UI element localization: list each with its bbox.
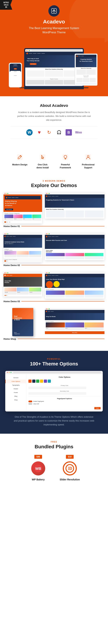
about-text: Acadevo is a modern and Beautifully desi… (17, 110, 91, 122)
options-field-input-1[interactable] (28, 386, 86, 389)
wp-bakery-price: $46 (34, 455, 42, 459)
options-sidebar-footer[interactable]: Footer (5, 391, 26, 394)
heart-logo: ♥ (36, 129, 42, 136)
options-field-label-2: Secondary Color (28, 390, 101, 392)
color-swatches (28, 380, 101, 383)
wp-bakery-name: WP Bakery (26, 478, 51, 481)
feature-one-click-label: One Clickdemo Install (33, 163, 52, 169)
headphone-logo: 🎧 (56, 129, 62, 136)
options-pagespeed-title: PageSpeed Options (28, 398, 101, 400)
wordpress-logo: W (26, 129, 33, 136)
options-field-1: Primary Color (28, 385, 101, 389)
demos-section: 3 MODERN DEMOS Explore Our Demos (0, 176, 108, 351)
shop-screenshot[interactable]: Shop Our Books Popular Products Book 1 B… (45, 308, 105, 336)
demos-label: 3 MODERN DEMOS (3, 180, 105, 182)
feature-framework: PowerfulFramework (54, 151, 77, 171)
options-sidebar: General Color Options Typography Header … (5, 374, 26, 412)
svg-text:WB: WB (35, 467, 41, 470)
demo-02-screenshot-right[interactable]: Educate With Passion and Care Future Wit… (45, 233, 105, 260)
slider-revolution-icon (63, 461, 77, 476)
theme-options-mockup: General Color Options Typography Header … (5, 371, 103, 412)
plugin-wp-bakery: $46 WB WP Bakery (26, 455, 51, 481)
save-button[interactable]: Save (94, 407, 101, 409)
slider-revolution-name: Slider Revolution (57, 478, 82, 481)
about-title: About Acadevo (10, 103, 98, 108)
bootstrap-logo: B (66, 129, 72, 136)
options-field-label-1: Primary Color (28, 385, 101, 386)
wp-bakery-icon-area: WB (30, 460, 46, 476)
slider-revolution-icon-area (62, 460, 78, 476)
features-section: Modern Design One Clickdemo Install Powe… (0, 146, 108, 176)
feature-support-label: ProfessionalSupport (79, 163, 98, 169)
feature-framework-label: PowerfulFramework (56, 163, 75, 169)
demo-01-screenshot-left[interactable]: Helping Offspringfor the Benefit ofAll N… (3, 192, 42, 224)
woo-logo: Woo (75, 129, 82, 136)
plugin-slider-revolution: $19 Slider Revolution (57, 455, 82, 481)
free-label: FREE (3, 441, 105, 443)
hero-title: Acadevo (3, 19, 105, 25)
options-toggle-1: Enable PageSpeed (28, 400, 101, 402)
revolution-logo: ↻ (46, 129, 52, 136)
theme-options-description: One of The Strenghts of Acadevo is Its T… (14, 415, 94, 427)
svg-rect-2 (17, 154, 23, 160)
tablet-mockup: Preparing Studentsfor Tomorrow's Future … (75, 54, 98, 86)
demos-title: Explore Our Demos (3, 183, 105, 188)
svg-rect-4 (40, 154, 45, 160)
demo-01-item: Helping Offspringfor the Benefit ofAll N… (3, 192, 105, 228)
cursor-icon (38, 153, 47, 162)
demo-shop-label: Home Shop (3, 338, 16, 340)
hero-subtitle: The Best Learning Management System Word… (24, 26, 84, 34)
plugins-title: Bundled Plugins (3, 444, 105, 450)
svg-point-1 (54, 12, 54, 13)
phone-mockup: Acadevo Best Learning Start Course 1 Cou… (9, 63, 22, 88)
plugins-row: $46 WB WP Bakery $19 (3, 455, 105, 481)
demo-03-screenshot-left[interactable]: Study WithPassion Course A Course B (3, 272, 42, 296)
shop-book-cover: Real Happiness at Work RealHappiness (12, 308, 33, 336)
options-sidebar-blog[interactable]: Blog (5, 394, 26, 398)
hero-section: INTRO SALE $9 Acadevo The Best Learning … (0, 0, 108, 96)
sale-badge: INTRO SALE $9 (0, 0, 12, 10)
options-sidebar-color[interactable]: Color Options (5, 380, 26, 383)
demo-03-label: Home Demo 03 (3, 300, 20, 303)
plugins-section: FREE Bundled Plugins $46 WB WP Bakery $1… (0, 434, 108, 488)
theme-options-section: POWERFUL 100+ Theme Options General Colo… (0, 351, 108, 434)
options-field-2: Secondary Color (28, 390, 101, 395)
demo-shop-item: Real Happiness at Work RealHappiness (3, 308, 105, 340)
logo-icon (48, 5, 60, 16)
options-sidebar-header[interactable]: Header (5, 387, 26, 391)
feature-one-click: One Clickdemo Install (31, 151, 54, 171)
options-field-input-2[interactable] (28, 392, 86, 395)
about-section: About Acadevo Acadevo is a modern and Be… (0, 96, 108, 146)
feature-modern-design-label: Modern Design (10, 163, 29, 166)
demo-03-screenshot-right[interactable]: Love Your Books Shop Day! Popular Produc… (45, 272, 105, 299)
shop-book-area: Real Happiness at Work RealHappiness (3, 308, 42, 336)
options-main-title: Color Options (28, 376, 101, 378)
theme-options-title: 100+ Theme Options (5, 361, 103, 367)
pencil-icon (15, 153, 24, 162)
options-sidebar-general[interactable]: General (5, 376, 26, 380)
options-main-panel: Color Options Primary Color Secondary Co… (26, 374, 103, 412)
options-toggle-2: Lazy Load (28, 403, 101, 405)
shop-demo-row: Real Happiness at Work RealHappiness (3, 308, 105, 336)
demo-01-screenshot-right[interactable]: Preparing Students for Tomorrow's Future… (45, 192, 105, 218)
person-icon (84, 153, 93, 162)
options-sidebar-typography[interactable]: Typography (5, 383, 26, 387)
demo-02-screenshot-left[interactable]: Celebrate Academic School WeekWe are mad… (3, 233, 42, 262)
wp-bakery-icon: WB (31, 461, 45, 476)
bulb-icon (61, 153, 70, 162)
plugin-logos-row: W ♥ ↻ 🎧 B Woo (10, 126, 98, 138)
feature-modern-design: Modern Design (8, 151, 31, 171)
device-mockups: Acadevo Best Learning Start Course 1 Cou… (3, 38, 105, 89)
theme-options-label: POWERFUL (5, 358, 103, 360)
demo-02-label: Home Demo 02 (3, 264, 20, 266)
feature-support: ProfessionalSupport (77, 151, 100, 171)
demo-01-label: Home Demo 01 (3, 225, 20, 228)
options-sidebar-shop[interactable]: Shop (5, 398, 26, 402)
demo-03-item: Study WithPassion Course A Course B (3, 272, 105, 303)
slider-revolution-price: $19 (66, 455, 74, 459)
demo-02-item: Celebrate Academic School WeekWe are mad… (3, 233, 105, 266)
